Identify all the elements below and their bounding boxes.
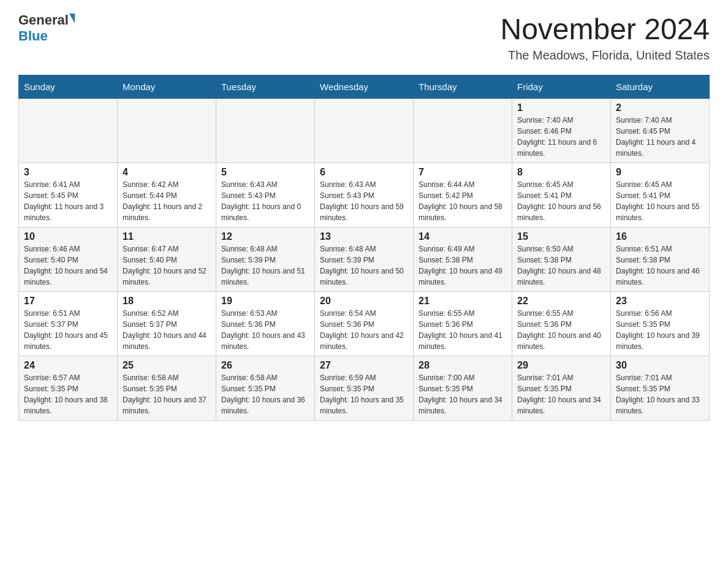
day-number: 11	[123, 231, 211, 242]
day-info: Sunrise: 7:01 AM Sunset: 5:35 PM Dayligh…	[616, 372, 704, 416]
day-number: 18	[123, 296, 211, 307]
day-info: Sunrise: 7:01 AM Sunset: 5:35 PM Dayligh…	[517, 372, 605, 416]
day-number: 5	[221, 167, 309, 178]
calendar-week-row: 3Sunrise: 6:41 AM Sunset: 5:45 PM Daylig…	[19, 163, 710, 228]
calendar-cell: 18Sunrise: 6:52 AM Sunset: 5:37 PM Dayli…	[118, 292, 216, 356]
day-number: 14	[419, 231, 507, 242]
calendar-cell: 22Sunrise: 6:55 AM Sunset: 5:36 PM Dayli…	[512, 292, 611, 356]
day-info: Sunrise: 6:56 AM Sunset: 5:35 PM Dayligh…	[616, 308, 704, 352]
page-header: General Blue November 2024 The Meadows, …	[18, 12, 710, 63]
calendar-cell: 6Sunrise: 6:43 AM Sunset: 5:43 PM Daylig…	[315, 163, 414, 228]
day-number: 19	[221, 296, 309, 307]
day-number: 27	[320, 360, 408, 371]
calendar-cell: 16Sunrise: 6:51 AM Sunset: 5:38 PM Dayli…	[611, 228, 710, 292]
day-info: Sunrise: 6:45 AM Sunset: 5:41 PM Dayligh…	[616, 179, 704, 223]
calendar-cell: 13Sunrise: 6:48 AM Sunset: 5:39 PM Dayli…	[315, 228, 414, 292]
calendar-cell: 23Sunrise: 6:56 AM Sunset: 5:35 PM Dayli…	[611, 292, 710, 356]
calendar-header-monday: Monday	[118, 75, 216, 99]
calendar-header-friday: Friday	[512, 75, 611, 99]
calendar-cell: 1Sunrise: 7:40 AM Sunset: 6:46 PM Daylig…	[512, 99, 611, 163]
calendar-cell: 12Sunrise: 6:48 AM Sunset: 5:39 PM Dayli…	[216, 228, 315, 292]
calendar-cell	[315, 99, 414, 163]
calendar-cell: 21Sunrise: 6:55 AM Sunset: 5:36 PM Dayli…	[414, 292, 512, 356]
calendar-cell	[216, 99, 315, 163]
day-info: Sunrise: 6:42 AM Sunset: 5:44 PM Dayligh…	[123, 179, 211, 223]
day-info: Sunrise: 6:43 AM Sunset: 5:43 PM Dayligh…	[320, 179, 408, 223]
title-area: November 2024 The Meadows, Florida, Unit…	[500, 12, 710, 63]
day-info: Sunrise: 7:40 AM Sunset: 6:46 PM Dayligh…	[517, 115, 605, 159]
day-number: 25	[123, 360, 211, 371]
day-info: Sunrise: 6:51 AM Sunset: 5:37 PM Dayligh…	[24, 308, 112, 352]
calendar-cell: 3Sunrise: 6:41 AM Sunset: 5:45 PM Daylig…	[19, 163, 118, 228]
day-number: 20	[320, 296, 408, 307]
day-info: Sunrise: 6:41 AM Sunset: 5:45 PM Dayligh…	[24, 179, 112, 223]
day-number: 22	[517, 296, 605, 307]
day-info: Sunrise: 6:55 AM Sunset: 5:36 PM Dayligh…	[419, 308, 507, 352]
day-info: Sunrise: 6:55 AM Sunset: 5:36 PM Dayligh…	[517, 308, 605, 352]
day-number: 29	[517, 360, 605, 371]
day-info: Sunrise: 6:46 AM Sunset: 5:40 PM Dayligh…	[24, 243, 112, 288]
day-info: Sunrise: 6:48 AM Sunset: 5:39 PM Dayligh…	[320, 243, 408, 288]
day-number: 15	[517, 231, 605, 242]
calendar-cell: 20Sunrise: 6:54 AM Sunset: 5:36 PM Dayli…	[315, 292, 414, 356]
calendar-cell	[414, 99, 512, 163]
day-number: 2	[616, 102, 704, 113]
day-number: 26	[221, 360, 309, 371]
calendar-cell	[19, 99, 118, 163]
calendar-cell: 27Sunrise: 6:59 AM Sunset: 5:35 PM Dayli…	[315, 356, 414, 421]
day-info: Sunrise: 6:50 AM Sunset: 5:38 PM Dayligh…	[517, 243, 605, 288]
day-info: Sunrise: 6:45 AM Sunset: 5:41 PM Dayligh…	[517, 179, 605, 223]
calendar-cell: 11Sunrise: 6:47 AM Sunset: 5:40 PM Dayli…	[118, 228, 216, 292]
day-info: Sunrise: 6:43 AM Sunset: 5:43 PM Dayligh…	[221, 179, 309, 223]
calendar-header-sunday: Sunday	[19, 75, 118, 99]
day-info: Sunrise: 6:44 AM Sunset: 5:42 PM Dayligh…	[419, 179, 507, 223]
day-info: Sunrise: 6:49 AM Sunset: 5:38 PM Dayligh…	[419, 243, 507, 288]
calendar-table: SundayMondayTuesdayWednesdayThursdayFrid…	[18, 75, 710, 421]
calendar-cell	[118, 99, 216, 163]
day-info: Sunrise: 6:59 AM Sunset: 5:35 PM Dayligh…	[320, 372, 408, 416]
logo-general-text: General	[18, 12, 69, 28]
day-number: 10	[24, 231, 112, 242]
calendar-week-row: 1Sunrise: 7:40 AM Sunset: 6:46 PM Daylig…	[19, 99, 710, 163]
day-number: 16	[616, 231, 704, 242]
day-info: Sunrise: 6:48 AM Sunset: 5:39 PM Dayligh…	[221, 243, 309, 288]
calendar-header-thursday: Thursday	[414, 75, 512, 99]
calendar-cell: 5Sunrise: 6:43 AM Sunset: 5:43 PM Daylig…	[216, 163, 315, 228]
calendar-cell: 14Sunrise: 6:49 AM Sunset: 5:38 PM Dayli…	[414, 228, 512, 292]
day-info: Sunrise: 6:52 AM Sunset: 5:37 PM Dayligh…	[123, 308, 211, 352]
day-number: 8	[517, 167, 605, 178]
day-number: 3	[24, 167, 112, 178]
day-info: Sunrise: 6:53 AM Sunset: 5:36 PM Dayligh…	[221, 308, 309, 352]
day-info: Sunrise: 7:00 AM Sunset: 5:35 PM Dayligh…	[419, 372, 507, 416]
logo-blue-text: Blue	[18, 28, 48, 44]
day-info: Sunrise: 6:57 AM Sunset: 5:35 PM Dayligh…	[24, 372, 112, 416]
calendar-header-saturday: Saturday	[611, 75, 710, 99]
calendar-cell: 4Sunrise: 6:42 AM Sunset: 5:44 PM Daylig…	[118, 163, 216, 228]
logo-arrow-icon	[69, 13, 75, 23]
day-number: 30	[616, 360, 704, 371]
calendar-subtitle: The Meadows, Florida, United States	[500, 48, 710, 63]
calendar-week-row: 10Sunrise: 6:46 AM Sunset: 5:40 PM Dayli…	[19, 228, 710, 292]
calendar-header-wednesday: Wednesday	[315, 75, 414, 99]
day-number: 12	[221, 231, 309, 242]
day-info: Sunrise: 6:54 AM Sunset: 5:36 PM Dayligh…	[320, 308, 408, 352]
day-number: 24	[24, 360, 112, 371]
calendar-title: November 2024	[500, 12, 710, 46]
calendar-week-row: 17Sunrise: 6:51 AM Sunset: 5:37 PM Dayli…	[19, 292, 710, 356]
calendar-cell: 26Sunrise: 6:58 AM Sunset: 5:35 PM Dayli…	[216, 356, 315, 421]
day-number: 28	[419, 360, 507, 371]
day-number: 21	[419, 296, 507, 307]
day-info: Sunrise: 6:51 AM Sunset: 5:38 PM Dayligh…	[616, 243, 704, 288]
calendar-cell: 17Sunrise: 6:51 AM Sunset: 5:37 PM Dayli…	[19, 292, 118, 356]
day-info: Sunrise: 6:58 AM Sunset: 5:35 PM Dayligh…	[123, 372, 211, 416]
day-info: Sunrise: 6:58 AM Sunset: 5:35 PM Dayligh…	[221, 372, 309, 416]
calendar-cell: 28Sunrise: 7:00 AM Sunset: 5:35 PM Dayli…	[414, 356, 512, 421]
day-number: 9	[616, 167, 704, 178]
calendar-header-row: SundayMondayTuesdayWednesdayThursdayFrid…	[19, 75, 710, 99]
calendar-cell: 2Sunrise: 7:40 AM Sunset: 6:45 PM Daylig…	[611, 99, 710, 163]
logo: General Blue	[18, 12, 75, 44]
calendar-header-tuesday: Tuesday	[216, 75, 315, 99]
calendar-cell: 15Sunrise: 6:50 AM Sunset: 5:38 PM Dayli…	[512, 228, 611, 292]
day-info: Sunrise: 7:40 AM Sunset: 6:45 PM Dayligh…	[616, 115, 704, 159]
day-number: 17	[24, 296, 112, 307]
